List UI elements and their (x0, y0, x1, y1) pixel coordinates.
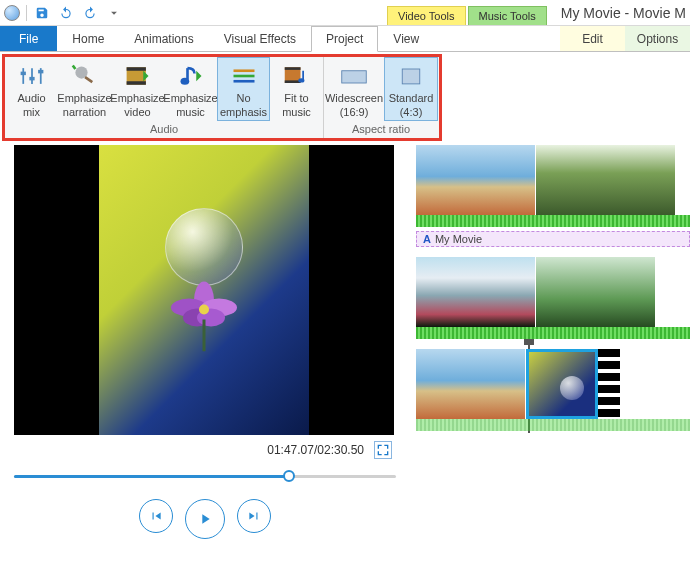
video-tools-label: Video Tools (387, 6, 465, 25)
save-button[interactable] (33, 4, 51, 22)
chevron-down-icon (107, 6, 121, 20)
slider-thumb[interactable] (283, 470, 295, 482)
audio-waveform (416, 215, 690, 227)
timeline-pane: A My Movie (410, 145, 690, 565)
context-tabs: Edit Options (560, 26, 690, 51)
music-note-icon (175, 62, 207, 90)
svg-rect-9 (126, 67, 145, 71)
tab-animations[interactable]: Animations (119, 26, 208, 51)
title-bar: Video Tools Music Tools My Movie - Movie… (0, 0, 690, 26)
label-l1: Standard (389, 92, 434, 104)
separator (26, 5, 27, 21)
tab-project[interactable]: Project (311, 26, 378, 52)
quick-access-toolbar (4, 4, 123, 22)
svg-rect-5 (38, 70, 43, 74)
group-label-aspect: Aspect ratio (324, 121, 438, 138)
time-bar: 01:47.07/02:30.50 (14, 441, 396, 459)
audio-mix-button[interactable]: Audio mix (5, 57, 58, 121)
svg-rect-7 (84, 76, 93, 83)
microphone-icon (69, 62, 101, 90)
text-a-icon: A (423, 233, 431, 245)
group-label-audio: Audio (5, 121, 323, 138)
label-l2: music (176, 106, 205, 118)
ribbon-group-audio: Audio mix Emphasize narration Emphasize … (5, 57, 324, 138)
clip-thumbnail[interactable] (416, 145, 536, 215)
clip-thumbnail[interactable] (536, 257, 656, 327)
clip-thumbnail-selected[interactable] (526, 349, 598, 419)
tab-visual-effects[interactable]: Visual Effects (209, 26, 311, 51)
ribbon-group-aspect-ratio: Widescreen (16:9) Standard (4:3) Aspect … (324, 57, 438, 138)
film-music-icon (281, 62, 313, 90)
svg-rect-17 (284, 80, 300, 83)
expand-icon (375, 442, 391, 458)
redo-button[interactable] (81, 4, 99, 22)
label-l2: (16:9) (340, 106, 369, 118)
clip-thumbnail[interactable] (536, 145, 676, 215)
label-l1: Widescreen (325, 92, 383, 104)
redo-icon (83, 6, 97, 20)
app-logo-icon (4, 5, 20, 21)
current-time: 01:47.07 (267, 443, 314, 457)
project-ribbon: Audio mix Emphasize narration Emphasize … (5, 57, 439, 138)
tab-home[interactable]: Home (57, 26, 119, 51)
tab-file[interactable]: File (0, 26, 57, 51)
label-l1: Emphasize (57, 92, 111, 104)
svg-rect-16 (284, 67, 300, 70)
svg-rect-10 (126, 81, 145, 85)
label-l2: (4:3) (400, 106, 423, 118)
label-l2: video (124, 106, 150, 118)
emphasize-music-button[interactable]: Emphasize music (164, 57, 217, 121)
audio-waveform (416, 327, 690, 339)
prev-frame-button[interactable] (139, 499, 173, 533)
preview-frame (14, 145, 394, 435)
tab-edit[interactable]: Edit (560, 26, 625, 51)
play-button[interactable] (185, 499, 225, 539)
timeline-row-2[interactable] (416, 257, 690, 339)
fullscreen-button[interactable] (374, 441, 392, 459)
contextual-tool-tabs: Video Tools Music Tools (387, 0, 547, 25)
timeline-row-3[interactable] (416, 349, 690, 431)
caption-overlay[interactable]: A My Movie (416, 231, 690, 247)
step-back-icon (149, 509, 163, 523)
sliders-icon (16, 62, 48, 90)
caption-text: My Movie (435, 233, 482, 245)
ribbon-tabs: File Home Animations Visual Effects Proj… (0, 26, 690, 52)
film-sprocket-icon (598, 349, 620, 419)
fit-to-music-button[interactable]: Fit to music (270, 57, 323, 121)
clip-thumbnail[interactable] (416, 257, 536, 327)
qat-dropdown[interactable] (105, 4, 123, 22)
widescreen-icon (338, 62, 370, 90)
emphasize-narration-button[interactable]: Emphasize narration (58, 57, 111, 121)
label-l1: Fit to (284, 92, 308, 104)
label-l1: Emphasize (163, 92, 217, 104)
svg-point-11 (180, 78, 189, 85)
widescreen-button[interactable]: Widescreen (16:9) (324, 57, 384, 121)
label-l1: Emphasize (110, 92, 164, 104)
play-icon (197, 511, 213, 527)
music-tools-label: Music Tools (468, 6, 547, 25)
ribbon-highlight-box: Audio mix Emphasize narration Emphasize … (2, 54, 442, 141)
svg-point-26 (199, 305, 209, 315)
clip-thumbnail[interactable] (416, 349, 526, 419)
audio-waveform (416, 419, 690, 431)
svg-point-18 (298, 78, 304, 82)
next-frame-button[interactable] (237, 499, 271, 533)
seek-slider[interactable] (14, 469, 396, 483)
standard-button[interactable]: Standard (4:3) (384, 57, 438, 121)
tab-options[interactable]: Options (625, 26, 690, 51)
undo-button[interactable] (57, 4, 75, 22)
svg-rect-3 (20, 72, 25, 76)
timeline-row-1[interactable]: A My Movie (416, 145, 690, 247)
standard-ratio-icon (395, 62, 427, 90)
flower-graphic (149, 272, 259, 355)
workspace: 01:47.07/02:30.50 (0, 145, 690, 565)
label-l1: No (236, 92, 250, 104)
label-l2: emphasis (220, 106, 267, 118)
svg-rect-19 (342, 71, 367, 83)
no-emphasis-button[interactable]: No emphasis (217, 57, 270, 121)
tab-view[interactable]: View (378, 26, 434, 51)
equal-lines-icon (228, 62, 260, 90)
emphasize-video-button[interactable]: Emphasize video (111, 57, 164, 121)
svg-rect-4 (29, 77, 34, 81)
preview-pane: 01:47.07/02:30.50 (0, 145, 410, 565)
